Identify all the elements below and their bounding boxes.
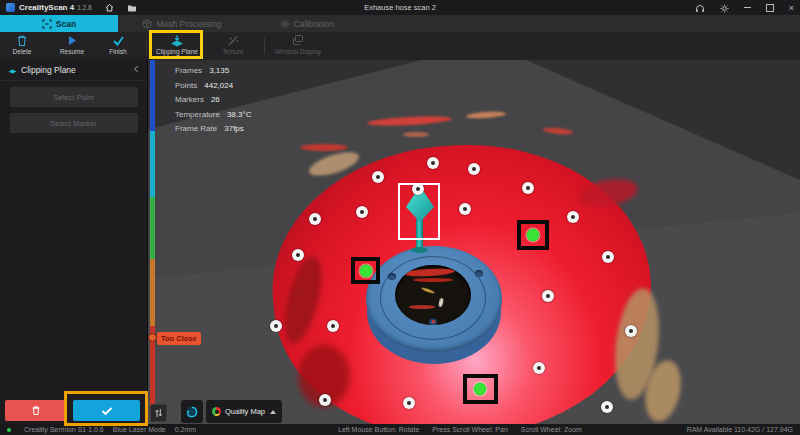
- delete-button[interactable]: Delete: [0, 34, 44, 55]
- panel-title: Clipping Plane: [21, 65, 76, 75]
- home-icon: [105, 3, 114, 12]
- stat-framerate: Frame Rate37fps: [175, 124, 251, 133]
- scan-marker-white: [468, 163, 480, 175]
- scan-3d-viewport[interactable]: Too Close Frames3,135 Points442,024 Mark…: [148, 60, 800, 424]
- tab-scan[interactable]: Scan: [0, 15, 118, 32]
- trash-icon: [16, 34, 28, 47]
- support-headset-icon: [695, 4, 705, 13]
- clipping-plane-small-icon: [8, 66, 17, 74]
- scan-toolbar: Delete Resume Finish Clipping Plane Text…: [0, 32, 800, 60]
- home-button[interactable]: [105, 3, 114, 12]
- minimize-button[interactable]: [744, 7, 751, 8]
- stat-frames: Frames3,135: [175, 66, 251, 75]
- tab-scan-label: Scan: [56, 19, 76, 29]
- scan-stats: Frames3,135 Points442,024 Markers26 Temp…: [175, 66, 251, 139]
- highlight-box-gizmo: [398, 183, 440, 240]
- highlight-box-green-marker: [351, 257, 380, 284]
- highlight-box-green-marker: [517, 220, 549, 250]
- confirm-scan-button[interactable]: [73, 400, 140, 421]
- laser-mode: Blue Laser Mode: [113, 426, 166, 433]
- app-version: 1.2.8: [77, 4, 91, 11]
- hint-pan: Press Scroll Wheel: Pan: [432, 426, 507, 433]
- scan-marker-white: [372, 171, 384, 183]
- texture-wand-icon: [227, 34, 239, 47]
- mesh-cube-icon: [142, 19, 152, 29]
- close-button[interactable]: ×: [789, 5, 794, 11]
- collapse-panel-button[interactable]: [133, 65, 139, 75]
- clipping-plane-panel: Clipping Plane Select Point Select Marke…: [0, 60, 148, 424]
- scan-marker-white: [522, 182, 534, 194]
- resume-button[interactable]: Resume: [50, 34, 94, 55]
- scan-marker-white: [459, 203, 471, 215]
- hint-rotate: Left Mouse Button: Rotate: [338, 426, 419, 433]
- toolbar-separator: [264, 38, 265, 54]
- accuracy-value: 0.2mm: [175, 426, 196, 433]
- scan-marker-white: [327, 320, 339, 332]
- scan-marker-white: [602, 251, 614, 263]
- title-bar: CrealityScan 4 1.2.8 Exhause hose scan 2…: [0, 0, 800, 15]
- scan-marker-white: [542, 290, 554, 302]
- too-close-badge: Too Close: [157, 332, 201, 345]
- device-connected-indicator: [7, 428, 11, 432]
- mouse-hints: Left Mouse Button: Rotate Press Scroll W…: [338, 426, 582, 433]
- calibration-gear-icon: [280, 19, 290, 29]
- chevron-left-icon: [133, 65, 139, 73]
- scan-marker-white: [292, 249, 304, 261]
- crealityscan-app-window: { "titlebar": { "app_name": "CrealitySca…: [0, 0, 800, 435]
- discard-scan-button[interactable]: [5, 400, 66, 421]
- device-name: Creality Sermion S1 1.0.6: [24, 426, 104, 433]
- folder-icon: [127, 4, 137, 12]
- swap-panel-button[interactable]: [150, 404, 167, 422]
- texture-button[interactable]: Texture: [211, 34, 255, 55]
- maximize-button[interactable]: [766, 4, 774, 12]
- scan-marker-white: [533, 362, 545, 374]
- ram-available: RAM Available 110.42G / 127.94G: [687, 426, 793, 433]
- scan-marker-white: [309, 213, 321, 225]
- stat-points: Points442,024: [175, 81, 251, 90]
- orbit-view-icon: [185, 405, 199, 419]
- support-button[interactable]: [695, 0, 705, 17]
- app-logo-icon: [6, 3, 15, 12]
- settings-button[interactable]: [720, 0, 729, 17]
- quality-map-dropdown[interactable]: Quality Map: [206, 400, 282, 423]
- settings-gear-icon: [720, 4, 729, 13]
- select-marker-button[interactable]: Select Marker: [10, 113, 138, 133]
- check-icon: [101, 406, 113, 416]
- scan-marker-white: [567, 211, 579, 223]
- scan-marker-white: [270, 320, 282, 332]
- scan-marker-white: [356, 206, 368, 218]
- document-title: Exhause hose scan 2: [0, 3, 800, 12]
- check-icon: [112, 34, 125, 47]
- scan-marker-white: [601, 401, 613, 413]
- panel-header: Clipping Plane: [0, 60, 147, 81]
- open-project-button[interactable]: [127, 4, 137, 12]
- scan-frame-icon: [42, 19, 52, 29]
- tab-mesh-label: Mesh Processing: [156, 19, 221, 29]
- trash-icon: [31, 405, 41, 416]
- select-point-button[interactable]: Select Point: [10, 87, 138, 107]
- tab-calibration-label: Calibration: [294, 19, 335, 29]
- scan-marker-white: [625, 325, 637, 337]
- window-display-icon: [292, 34, 304, 47]
- reset-view-button[interactable]: [181, 400, 203, 423]
- finish-button[interactable]: Finish: [96, 34, 140, 55]
- quality-map-label: Quality Map: [225, 407, 265, 416]
- highlight-box-green-marker: [463, 374, 498, 404]
- scan-marker-white: [427, 157, 439, 169]
- tab-mesh-processing[interactable]: Mesh Processing: [118, 15, 246, 32]
- clipping-plane-button[interactable]: Clipping Plane: [151, 34, 203, 55]
- scan-marker-white: [403, 397, 415, 409]
- clipping-plane-label: Clipping Plane: [156, 48, 198, 55]
- depth-range-knob[interactable]: [148, 333, 157, 342]
- status-bar: Creality Sermion S1 1.0.6 Blue Laser Mod…: [0, 424, 800, 435]
- depth-range-bar[interactable]: [150, 60, 155, 415]
- scan-marker-white: [319, 394, 331, 406]
- stat-markers: Markers26: [175, 95, 251, 104]
- texture-label: Texture: [222, 48, 243, 55]
- finish-label: Finish: [109, 48, 126, 55]
- clipping-plane-icon: [170, 34, 184, 47]
- swap-arrows-icon: [154, 408, 163, 418]
- window-display-button[interactable]: Window Display: [272, 34, 324, 55]
- tab-calibration[interactable]: Calibration: [246, 15, 368, 32]
- app-name: CrealityScan 4: [19, 3, 74, 12]
